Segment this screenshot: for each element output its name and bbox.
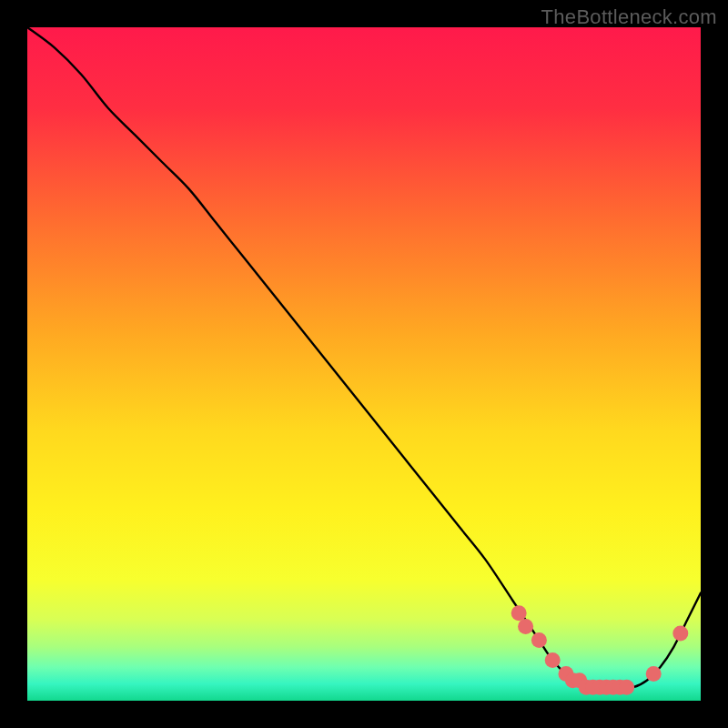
plot-area xyxy=(27,27,701,701)
marker-dot xyxy=(531,632,547,648)
marker-dot xyxy=(672,626,688,642)
chart-frame: TheBottleneck.com xyxy=(0,0,728,728)
marker-dot xyxy=(545,652,561,668)
marker-dot xyxy=(518,619,533,634)
watermark-text: TheBottleneck.com xyxy=(541,5,717,29)
marker-dot xyxy=(646,666,662,682)
bottleneck-chart xyxy=(27,27,701,701)
marker-dot xyxy=(619,680,634,695)
marker-dot xyxy=(511,605,527,621)
